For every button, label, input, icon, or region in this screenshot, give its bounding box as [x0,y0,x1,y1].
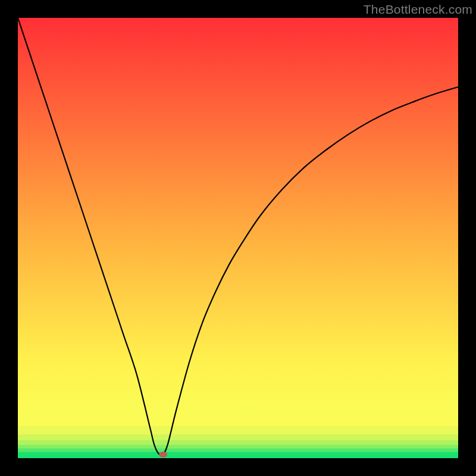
optimal-point-marker [159,452,167,458]
bottom-bands [18,410,458,458]
gradient-background [18,18,458,458]
svg-rect-1 [18,449,458,452]
plot-area [18,18,458,458]
watermark-text: TheBottleneck.com [364,2,472,17]
svg-rect-6 [18,410,458,426]
svg-rect-5 [18,426,458,435]
svg-rect-0 [18,452,458,458]
svg-rect-3 [18,440,458,444]
svg-rect-2 [18,445,458,449]
chart-frame: TheBottleneck.com [0,0,476,476]
svg-rect-4 [18,435,458,441]
chart-svg [18,18,458,458]
